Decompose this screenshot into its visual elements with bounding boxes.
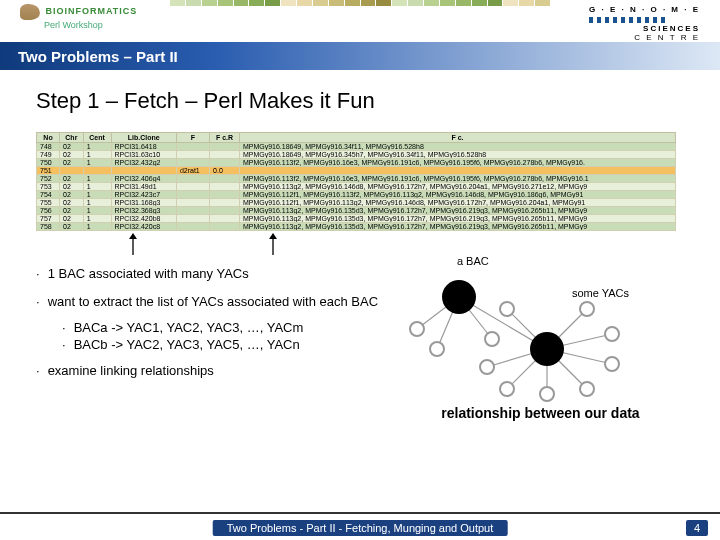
logo-left-bottom: Perl Workshop: [44, 20, 103, 30]
hub-node-icon: [530, 332, 564, 366]
footer-text: Two Problems - Part II - Fetching, Mungi…: [213, 520, 508, 536]
satellite-node-icon: [479, 359, 495, 375]
bullet-1: 1 BAC associated with many YACs: [36, 265, 387, 283]
slide-content: Step 1 – Fetch – Perl Makes it Fun NoChr…: [0, 70, 720, 421]
satellite-node-icon: [499, 301, 515, 317]
slide-footer: Two Problems - Part II - Fetching, Mungi…: [0, 512, 720, 540]
decorative-squares: [170, 0, 550, 8]
relationship-diagram: a BAC some YACs: [397, 259, 637, 399]
satellite-node-icon: [499, 381, 515, 397]
bioinformatics-logo: BIOINFORMATICS Perl Workshop: [20, 4, 137, 30]
pointer-arrows: [36, 233, 684, 259]
satellite-node-icon: [484, 331, 500, 347]
dots-icon: [589, 17, 669, 23]
sub-bullet-1: BACa -> YAC1, YAC2, YAC3, …, YACm: [62, 320, 387, 335]
title-bar: Two Problems – Part II: [0, 42, 720, 70]
satellite-node-icon: [579, 381, 595, 397]
diagram-caption: relationship between our data: [397, 405, 684, 421]
logo-right-bot: C E N T R E: [589, 34, 700, 43]
satellite-node-icon: [429, 341, 445, 357]
genome-logo: G · E · N · O · M · E SCIENCES C E N T R…: [589, 6, 700, 42]
sub-bullet-2: BACb -> YAC2, YAC3, YAC5, …, YACn: [62, 337, 387, 352]
satellite-node-icon: [579, 301, 595, 317]
bullet-3: examine linking relationships: [36, 362, 387, 380]
page-number: 4: [686, 520, 708, 536]
data-table: NoChrCentLib.CloneFF c.RF c.748021RPCI31…: [36, 132, 676, 231]
svg-marker-1: [129, 233, 137, 239]
bullet-list: 1 BAC associated with many YACs want to …: [36, 265, 387, 310]
step-title: Step 1 – Fetch – Perl Makes it Fun: [36, 88, 684, 114]
camel-icon: [20, 4, 40, 20]
satellite-node-icon: [604, 356, 620, 372]
bullet-2: want to extract the list of YACs associa…: [36, 293, 387, 311]
slide-header: BIOINFORMATICS Perl Workshop G · E · N ·…: [0, 0, 720, 42]
diagram-lines: [397, 259, 637, 399]
satellite-node-icon: [539, 386, 555, 402]
logo-left-top: BIOINFORMATICS: [46, 6, 138, 16]
satellite-node-icon: [604, 326, 620, 342]
logo-right-top: G · E · N · O · M · E: [589, 6, 700, 15]
sub-bullet-list: BACa -> YAC1, YAC2, YAC3, …, YACm BACb -…: [62, 320, 387, 352]
slide-section-title: Two Problems – Part II: [18, 48, 178, 65]
svg-marker-3: [269, 233, 277, 239]
hub-node-icon: [442, 280, 476, 314]
satellite-node-icon: [409, 321, 425, 337]
bullet-list-2: examine linking relationships: [36, 362, 387, 380]
